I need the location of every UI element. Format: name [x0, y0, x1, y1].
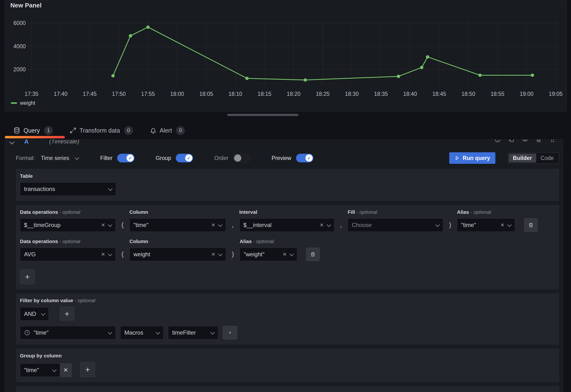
chevron-down-icon[interactable] — [9, 140, 14, 144]
select-row-1: Data operations - optional $__timeGroup … — [20, 209, 555, 232]
x-axis-tick: 18:50 — [461, 91, 475, 97]
chart-data-point — [129, 34, 132, 37]
open-paren: ( — [116, 221, 129, 232]
add-column-button[interactable]: + — [20, 269, 35, 284]
toggle-knob — [234, 154, 241, 162]
select-section: Data operations - optional $__timeGroup … — [16, 205, 559, 290]
tab-transform-data[interactable]: Transform data 0 — [70, 126, 133, 135]
format-select[interactable]: Time series — [41, 155, 69, 161]
clear-icon[interactable]: ✕ — [500, 222, 504, 228]
remove-operation-button[interactable] — [524, 218, 538, 232]
drag-handle-icon[interactable] — [549, 140, 556, 143]
comma: , — [226, 221, 239, 232]
macros-select[interactable]: Macros — [120, 326, 164, 339]
order-toggle-label: Order — [214, 155, 228, 161]
code-mode-button[interactable]: Code — [536, 154, 558, 163]
remove-group-by-button[interactable]: ✕ — [60, 363, 71, 377]
x-axis-tick: 18:15 — [258, 91, 271, 97]
alias-select[interactable]: "weight" ✕ — [240, 248, 297, 261]
query-editor-card: A (Timescale) — [5, 139, 563, 392]
preview-toggle[interactable]: ✓ — [296, 154, 313, 162]
builder-mode-button[interactable]: Builder — [509, 154, 536, 163]
filter-toggle[interactable]: ✓ — [117, 154, 134, 162]
remove-operation-button[interactable] — [306, 248, 320, 261]
table-select[interactable]: transactions — [20, 182, 116, 196]
preview-toggle-label: Preview — [271, 155, 291, 161]
x-axis-tick: 18:10 — [228, 91, 242, 97]
query-ref-id: A — [24, 140, 29, 145]
add-group-by-button[interactable]: + — [80, 362, 95, 377]
clear-icon[interactable]: ✕ — [320, 222, 324, 228]
interval-select[interactable]: $__interval ✕ — [239, 218, 334, 232]
group-by-column-select[interactable]: "time" — [20, 363, 60, 377]
table-section: Table transactions — [16, 169, 559, 201]
chart-data-point — [146, 26, 150, 29]
chevron-down-icon — [41, 311, 45, 316]
tab-query[interactable]: Query 1 — [13, 126, 53, 135]
query-row-header[interactable]: A (Timescale) — [5, 140, 563, 149]
trash-icon[interactable] — [535, 140, 542, 143]
clear-icon[interactable]: ✕ — [101, 251, 105, 257]
group-toggle[interactable]: ✓ — [176, 154, 193, 162]
legend-label[interactable]: weight — [20, 100, 35, 106]
order-toggle[interactable] — [233, 154, 250, 162]
clear-icon[interactable]: ✕ — [282, 251, 287, 257]
query-row-actions — [494, 140, 556, 143]
copy-icon[interactable] — [508, 140, 514, 143]
format-label: Format: — [16, 155, 35, 161]
y-axis-tick: 6000 — [14, 20, 26, 26]
column-select[interactable]: weight ✕ — [129, 248, 226, 261]
column-select[interactable]: "time" ✕ — [129, 218, 226, 232]
close-paren: ) — [226, 250, 240, 261]
chart-legend[interactable]: weight — [11, 100, 35, 106]
run-query-button[interactable]: Run query — [449, 152, 495, 164]
query-toolbar: Format: Time series Filter ✓ Group ✓ Ord… — [16, 151, 559, 165]
filter-operator-select[interactable]: AND — [20, 307, 49, 321]
chart-data-point — [531, 73, 534, 77]
alias-select[interactable]: "time" ✕ — [457, 218, 515, 232]
x-axis-tick: 18:45 — [432, 91, 446, 97]
timeseries-chart: 20004000600017:3517:4017:4517:5017:5518:… — [5, 0, 567, 112]
fill-select[interactable]: Choose — [348, 218, 443, 232]
editor-row-partial — [16, 386, 559, 392]
active-tab-indicator — [5, 136, 65, 138]
select-row-2: Data operations - optional AVG ✕ ( Colum… — [20, 238, 555, 261]
close-paren: ) — [443, 221, 457, 232]
x-axis-tick: 18:35 — [374, 91, 388, 97]
transform-count-badge: 0 — [124, 126, 133, 135]
x-axis-tick: 18:20 — [287, 91, 301, 97]
add-filter-button[interactable]: + — [60, 307, 74, 321]
x-axis-tick: 17:55 — [141, 91, 155, 97]
play-icon — [455, 155, 460, 161]
data-operation-select[interactable]: $__timeGroup ✕ — [20, 218, 116, 232]
tab-query-label: Query — [24, 127, 40, 134]
query-count-badge: 1 — [44, 126, 53, 135]
chevron-down-icon — [218, 222, 222, 227]
filter-toggle-label: Filter — [100, 155, 112, 161]
eye-icon[interactable] — [522, 140, 528, 143]
chevron-down-icon — [327, 222, 331, 227]
tab-transform-label: Transform data — [79, 127, 120, 134]
filter-field-select[interactable]: "time" — [20, 326, 116, 339]
toggle-knob-checked: ✓ — [305, 154, 313, 162]
chart-data-point — [245, 77, 249, 80]
grafana-panel-editor: New Panel 20004000600017:3517:4017:4517:… — [0, 0, 571, 392]
tab-alert-label: Alert — [160, 127, 172, 134]
group-by-row: "time" ✕ + — [20, 362, 555, 377]
clear-icon[interactable]: ✕ — [211, 222, 215, 228]
horizontal-scrollbar-thumb[interactable] — [227, 114, 299, 116]
data-operation-select[interactable]: AVG ✕ — [20, 248, 116, 261]
chevron-down-icon — [108, 222, 112, 227]
database-icon — [13, 127, 20, 134]
remove-filter-button[interactable]: ✕ — [223, 326, 237, 339]
macro-value-select[interactable]: timeFilter — [168, 326, 218, 339]
help-icon[interactable] — [494, 140, 501, 143]
x-axis-tick: 17:40 — [54, 91, 68, 97]
clear-icon[interactable]: ✕ — [211, 251, 215, 257]
clear-icon[interactable]: ✕ — [101, 222, 105, 228]
tab-alert[interactable]: Alert 0 — [150, 126, 185, 135]
chevron-down-icon — [507, 222, 512, 227]
filter-condition-row: "time" Macros timeFilter ✕ — [20, 326, 555, 339]
chevron-down-icon — [210, 330, 215, 334]
chevron-down-icon — [108, 330, 112, 334]
